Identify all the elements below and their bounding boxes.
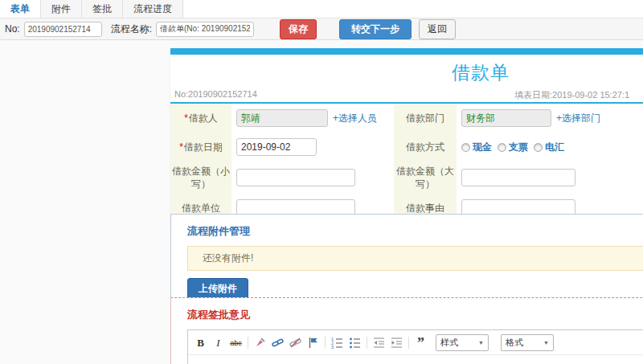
method-cell: 现金 支票 电汇 — [457, 133, 643, 162]
svg-text:3: 3 — [331, 345, 334, 349]
ordered-list-icon[interactable]: 123 — [331, 337, 343, 350]
radio-icon[interactable] — [498, 143, 506, 152]
method-label: 借款方式 — [394, 133, 457, 162]
app-window: 表单 附件 签批 流程进度 No: 流程名称: 保存 转交下一步 返回 借款单 … — [0, 0, 643, 364]
borrower-cell: +选择人员 — [231, 104, 394, 133]
save-button[interactable]: 保存 — [280, 19, 317, 39]
form-meta-row: No:20190902152714 填表日期:2019-09-02 15:27:… — [170, 88, 643, 101]
tab-process-progress[interactable]: 流程进度 — [123, 0, 183, 18]
style-dropdown[interactable]: 样式▼ — [436, 334, 489, 351]
method-option-cash[interactable]: 现金 — [461, 141, 492, 154]
amount-lower-cell — [231, 162, 394, 194]
borrower-input — [236, 109, 328, 127]
editor-toolbar: B I abc — [188, 330, 643, 354]
page-content: 借款单 No:20190902152714 填表日期:2019-09-02 15… — [0, 40, 643, 364]
attachment-panel: 流程附件管理 还没有附件! 上传附件 — [170, 214, 643, 311]
strikethrough-icon[interactable]: abc — [230, 337, 242, 350]
method-option-wire[interactable]: 电汇 — [534, 141, 564, 154]
italic-icon[interactable]: I — [212, 337, 224, 350]
date-cell — [231, 133, 394, 162]
link-icon[interactable] — [272, 337, 284, 350]
fill-date: 填表日期:2019-09-02 15:27:1 — [514, 89, 629, 101]
bullet-list-icon[interactable] — [349, 337, 361, 350]
select-department-link[interactable]: +选择部门 — [556, 112, 600, 125]
format-dropdown[interactable]: 格式▼ — [501, 334, 554, 351]
tab-attachment[interactable]: 附件 — [41, 0, 82, 18]
toolbar-separator — [367, 337, 367, 349]
rich-text-editor: B I abc — [187, 329, 643, 364]
attachment-section-title: 流程附件管理 — [187, 224, 643, 239]
editor-content-area[interactable] — [188, 354, 643, 364]
no-label: No: — [5, 23, 20, 35]
radio-icon[interactable] — [534, 143, 543, 152]
process-name-label: 流程名称: — [111, 22, 152, 36]
amount-upper-label: 借款金额（大写） — [394, 162, 457, 194]
back-button[interactable]: 返回 — [419, 19, 456, 39]
upload-attachment-button[interactable]: 上传附件 — [187, 278, 248, 300]
outdent-icon[interactable] — [373, 337, 385, 350]
radio-icon[interactable] — [461, 143, 470, 152]
opinion-section-title: 流程签批意见 — [187, 308, 643, 322]
no-input[interactable] — [24, 22, 102, 37]
form-table: *借款人 +选择人员 借款部门 +选择部门 *借款日期 借款方 — [170, 104, 643, 223]
amount-lower-input[interactable] — [236, 169, 355, 186]
tab-form[interactable]: 表单 — [0, 0, 41, 18]
blockquote-icon[interactable]: ” — [415, 337, 427, 350]
department-input — [461, 109, 551, 127]
toolbar-separator — [408, 337, 409, 349]
tab-approval[interactable]: 签批 — [82, 0, 123, 18]
select-person-link[interactable]: +选择人员 — [333, 112, 377, 125]
department-label: 借款部门 — [394, 104, 457, 133]
bold-icon[interactable]: B — [195, 337, 207, 350]
header-accent-bar — [170, 48, 643, 55]
toolbar-separator — [248, 337, 248, 349]
borrower-label: *借款人 — [170, 104, 231, 133]
department-cell: +选择部门 — [457, 104, 643, 133]
loan-form-panel: 借款单 No:20190902152714 填表日期:2019-09-02 15… — [170, 48, 643, 226]
form-title: 借款单 — [170, 55, 643, 88]
form-number: No:20190902152714 — [174, 89, 257, 99]
amount-upper-cell — [457, 162, 643, 194]
chevron-down-icon: ▼ — [478, 340, 484, 346]
toolbar-separator — [325, 337, 326, 349]
required-mark: * — [179, 141, 183, 153]
anchor-flag-icon[interactable] — [307, 337, 319, 350]
required-mark: * — [184, 112, 188, 124]
indent-icon[interactable] — [391, 337, 403, 350]
loan-date-input[interactable] — [236, 138, 317, 156]
next-step-button[interactable]: 转交下一步 — [339, 19, 412, 39]
toolbar: No: 流程名称: 保存 转交下一步 返回 — [0, 18, 643, 40]
amount-lower-label: 借款金额（小写） — [170, 162, 231, 194]
amount-upper-input[interactable] — [461, 169, 575, 186]
date-label: *借款日期 — [170, 133, 231, 162]
tab-bar: 表单 附件 签批 流程进度 — [0, 0, 643, 18]
unlink-icon[interactable] — [289, 337, 301, 350]
chevron-down-icon: ▼ — [543, 340, 549, 346]
format-brush-icon[interactable] — [254, 337, 266, 350]
method-option-cheque[interactable]: 支票 — [498, 141, 528, 154]
process-name-input[interactable] — [156, 22, 254, 37]
no-attachment-alert: 还没有附件! — [187, 246, 643, 271]
approval-opinion-panel: 流程签批意见 B I abc — [170, 297, 643, 364]
